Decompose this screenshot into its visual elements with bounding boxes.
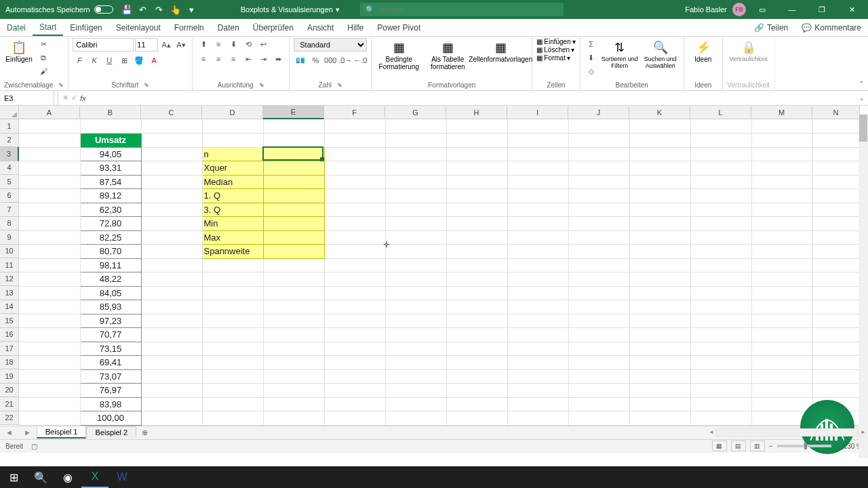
cell[interactable] [324,369,385,384]
cell[interactable] [141,397,202,411]
thousands-icon[interactable]: 000 [323,54,337,66]
cell[interactable] [507,286,568,300]
cell[interactable] [202,134,263,148]
cell[interactable] [812,356,860,370]
share-button[interactable]: 🔗 Teilen [747,19,795,36]
cell[interactable] [568,397,629,411]
cell[interactable] [19,161,80,176]
cell[interactable] [690,203,751,217]
minimize-button[interactable]: — [778,0,806,19]
cell[interactable] [446,411,507,426]
cell[interactable] [446,314,507,328]
cell[interactable] [751,342,812,356]
cell[interactable] [446,258,507,272]
cell[interactable] [568,189,629,203]
wrap-text-icon[interactable]: ↩ [256,38,270,50]
clipboard-launcher[interactable]: ⬊ [58,81,64,89]
cell[interactable] [812,147,860,161]
sort-filter-button[interactable]: ⇅Sortieren und Filtern [601,38,639,69]
cell[interactable] [324,147,385,161]
cell[interactable] [568,147,629,161]
cell[interactable] [690,147,751,161]
cell[interactable] [141,258,202,272]
cell[interactable] [690,230,751,245]
tab-home[interactable]: Start [33,19,63,36]
cell[interactable] [507,258,568,272]
cell[interactable] [385,369,446,384]
view-pagebreak-icon[interactable]: ▥ [750,441,765,451]
cell[interactable] [446,230,507,245]
cell[interactable]: 83,98 [80,397,141,411]
cell[interactable] [141,161,202,176]
cell[interactable] [141,134,202,148]
cell[interactable] [568,203,629,217]
cell[interactable] [568,342,629,356]
cell[interactable] [446,300,507,314]
zoom-out-button[interactable]: − [769,443,773,450]
tab-formulas[interactable]: Formeln [167,19,211,36]
increase-font-icon[interactable]: A▴ [159,39,173,51]
cell[interactable] [751,230,812,245]
word-taskbar-icon[interactable]: W [108,466,136,488]
cell[interactable] [629,369,690,384]
cell[interactable] [446,189,507,203]
cell[interactable] [812,286,860,300]
row-header[interactable]: 1 [0,119,19,134]
cell[interactable]: 100,00 [80,411,141,426]
cell[interactable] [629,217,690,231]
cell[interactable] [568,384,629,398]
sheet-tab-2[interactable]: Beispiel 2 [86,426,136,438]
ribbon-mode-icon[interactable]: ▭ [749,0,776,19]
cell[interactable] [751,175,812,189]
autosave-toggle[interactable]: Automatisches Speichern [0,5,119,14]
cell[interactable] [141,384,202,398]
cell[interactable] [385,175,446,189]
cell[interactable] [507,189,568,203]
row-header[interactable]: 19 [0,369,19,384]
qat-more-icon[interactable]: ▾ [184,1,200,18]
cell[interactable]: 62,30 [80,203,141,217]
column-header[interactable]: C [141,106,202,119]
merge-icon[interactable]: ⬌ [271,53,285,65]
cell[interactable] [202,342,263,356]
cell[interactable] [202,258,263,272]
sheet-tab-1[interactable]: Beispiel 1 [37,426,87,439]
cell[interactable] [19,411,80,426]
cell[interactable] [324,175,385,189]
cell[interactable]: Min [202,217,263,231]
cell[interactable] [141,300,202,314]
cell[interactable] [141,356,202,370]
autosum-icon[interactable]: Σ [585,38,598,50]
cell[interactable] [629,189,690,203]
row-header[interactable]: 9 [0,230,19,245]
cell[interactable] [385,258,446,272]
excel-taskbar-icon[interactable]: X [81,466,108,488]
column-header[interactable]: G [385,106,446,119]
align-top-icon[interactable]: ⬆ [197,38,210,50]
redo-icon[interactable]: ↷ [151,1,167,18]
cell[interactable] [690,397,751,411]
cell[interactable] [385,272,446,287]
cell[interactable] [812,384,860,398]
cell[interactable] [629,134,690,148]
cell[interactable] [19,175,80,189]
row-header[interactable]: 14 [0,300,19,314]
cell[interactable] [324,119,385,134]
cell[interactable] [629,314,690,328]
cell[interactable] [629,175,690,189]
cell[interactable]: 84,05 [80,286,141,300]
cell[interactable] [19,203,80,217]
inc-decimal-icon[interactable]: .0→ [338,54,352,66]
cell[interactable] [507,397,568,411]
cell[interactable] [568,175,629,189]
tab-layout[interactable]: Seitenlayout [109,19,167,36]
tab-view[interactable]: Ansicht [300,19,340,36]
cell[interactable] [812,300,860,314]
row-header[interactable]: 10 [0,245,19,259]
name-box[interactable] [0,91,54,105]
cell[interactable]: 76,97 [80,384,141,398]
cell[interactable] [751,328,812,342]
cell[interactable] [568,328,629,342]
cell[interactable] [446,203,507,217]
cell[interactable] [141,411,202,426]
